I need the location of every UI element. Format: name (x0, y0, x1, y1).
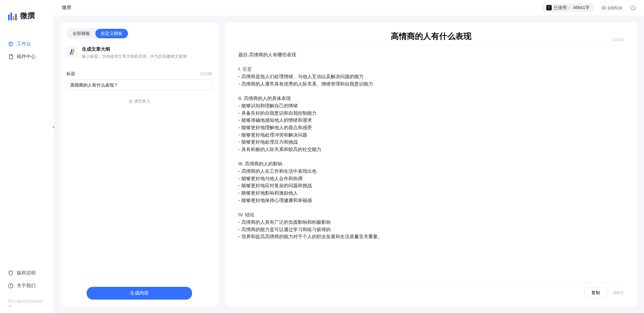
template-title: 生成文章大纲 (82, 46, 212, 52)
brand-name: 微撰 (20, 11, 35, 21)
sidebar-nav: 工作台 稿件中心 (0, 38, 54, 267)
topbar-title: 微撰 (62, 5, 71, 11)
shield-icon (8, 270, 13, 276)
usage-prefix: 已使用： (554, 5, 571, 11)
info-icon (8, 283, 13, 289)
main: 微撰 T 已使用： 45641字 ID:100519 全部模板 自定义模板 生成… (54, 0, 644, 313)
content: 全部模板 自定义模板 生成文章大纲 输入标题，为你提供文章主体的灵感，并为其创建… (54, 15, 644, 313)
template-desc: 输入标题，为你提供文章主体的灵感，并为其创建推文提纲 (82, 54, 212, 59)
sidebar: 微撰 工作台 稿件中心 版权说明 关于我们 鄂ICP备2022016946号 (0, 0, 54, 313)
output-title-row: 高情商的人有什么表现 10/100 (238, 31, 624, 42)
logo-mark-icon (8, 11, 17, 20)
cube-icon (8, 41, 13, 47)
output-panel: 高情商的人有什么表现 10/100 题目:高情商的人有哪些表现 I. 引言 - … (225, 22, 637, 306)
clear-input-button[interactable]: 清空录入 (66, 99, 212, 104)
title-field-wrap: 标题 11/100 (66, 71, 212, 91)
power-icon[interactable] (630, 5, 636, 11)
output-title-counter: 10/100 (612, 38, 624, 42)
output-footer: 复制 404字 (238, 282, 624, 298)
copy-button[interactable]: 复制 (584, 288, 607, 298)
sidebar-item-about[interactable]: 关于我们 (0, 279, 54, 292)
topbar: 微撰 T 已使用： 45641字 ID:100519 (54, 0, 644, 15)
sidebar-item-label: 工作台 (17, 41, 31, 47)
document-icon (8, 54, 13, 59)
sidebar-item-copyright[interactable]: 版权说明 (0, 267, 54, 279)
template-icon (66, 46, 78, 58)
divider (238, 45, 624, 45)
template-card: 生成文章大纲 输入标题，为你提供文章主体的灵感，并为其创建推文提纲 (66, 46, 212, 59)
output-word-count: 404字 (613, 290, 624, 296)
sidebar-item-label: 关于我们 (17, 283, 36, 289)
spacer (66, 104, 212, 287)
usage-pill[interactable]: T 已使用： 45641字 (542, 3, 594, 12)
tab-all-templates[interactable]: 全部模板 (67, 29, 95, 38)
trash-icon (129, 100, 133, 104)
icp-text: 鄂ICP备2022016946号 (0, 299, 54, 313)
sidebar-item-label: 版权说明 (17, 270, 36, 276)
field-counter: 11/100 (200, 71, 212, 76)
clear-label: 清空录入 (134, 99, 150, 104)
sidebar-bottom: 版权说明 关于我们 (0, 267, 54, 299)
template-panel: 全部模板 自定义模板 生成文章大纲 输入标题，为你提供文章主体的灵感，并为其创建… (60, 22, 218, 306)
title-input[interactable] (66, 80, 212, 91)
template-tabs: 全部模板 自定义模板 (66, 28, 129, 39)
collapse-sidebar-icon[interactable] (51, 125, 56, 129)
svg-point-2 (10, 284, 11, 285)
generate-button[interactable]: 生成内容 (87, 287, 192, 300)
tab-custom-templates[interactable]: 自定义模板 (95, 29, 128, 38)
sidebar-item-drafts[interactable]: 稿件中心 (0, 50, 54, 63)
field-label: 标题 (66, 71, 75, 77)
brand-logo: 微撰 (0, 0, 54, 28)
sidebar-item-label: 稿件中心 (17, 54, 36, 60)
text-badge-icon: T (546, 5, 552, 10)
user-id: ID:100519 (602, 5, 622, 10)
output-body[interactable]: 题目:高情商的人有哪些表现 I. 引言 - 高情商是指人们处理情绪、与他人互动以… (238, 51, 624, 282)
usage-value: 45641字 (573, 5, 590, 11)
output-title: 高情商的人有什么表现 (238, 31, 624, 42)
sidebar-item-workspace[interactable]: 工作台 (0, 38, 54, 50)
